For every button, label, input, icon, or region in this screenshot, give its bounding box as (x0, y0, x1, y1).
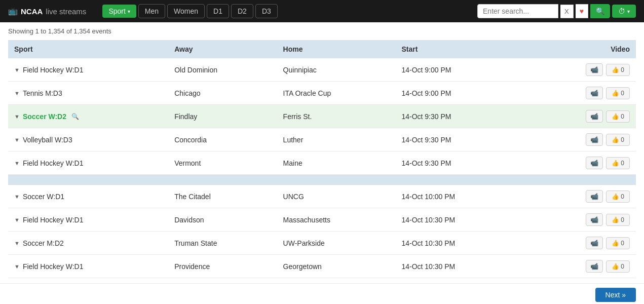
header: 📺 NCAA live streams Sport Men Women D1 D… (0, 0, 644, 22)
sport-name: Tennis M:D3 (23, 89, 62, 97)
sport-cell: ▼ Field Hockey W:D1 (8, 255, 168, 278)
sport-cell: ▼ Volleyball W:D3 (8, 128, 168, 151)
table-row: ▼ Field Hockey W:D1 Old DominionQuinnipi… (8, 58, 636, 82)
sport-name: Soccer M:D2 (23, 239, 64, 247)
table-row: ▼ Soccer W:D2 🔍 FindlayFerris St.14-Oct … (8, 105, 636, 128)
d1-button[interactable]: D1 (207, 4, 229, 18)
upvote-button[interactable]: 👍 0 (606, 237, 630, 249)
sport-name: Field Hockey W:D1 (23, 159, 84, 167)
home-cell: UW-Parkside (277, 232, 396, 255)
video-cell: 📹 👍 0 (525, 232, 636, 255)
pagination-bar: Next » (0, 283, 644, 304)
video-cell: 📹 👍 0 (525, 58, 636, 82)
video-button[interactable]: 📹 (586, 237, 603, 249)
upvote-button[interactable]: 👍 0 (606, 87, 630, 99)
row-expand-chevron[interactable]: ▼ (14, 90, 20, 96)
home-cell: Massachusetts (277, 208, 396, 232)
row-expand-chevron[interactable]: ▼ (14, 113, 20, 120)
d2-button[interactable]: D2 (231, 4, 253, 18)
table-body: ▼ Field Hockey W:D1 Old DominionQuinnipi… (8, 58, 636, 278)
start-cell: 14-Oct 9:00 PM (395, 58, 525, 82)
video-cell: 📹 👍 0 (525, 82, 636, 105)
upvote-button[interactable]: 👍 0 (606, 110, 630, 123)
sport-name: Soccer W:D1 (23, 193, 64, 201)
upvote-button[interactable]: 👍 0 (606, 134, 630, 146)
start-cell: 14-Oct 10:30 PM (395, 255, 525, 278)
away-cell: Findlay (168, 105, 277, 128)
table-row: ▼ Field Hockey W:D1 ProvidenceGeorgetown… (8, 255, 636, 278)
sport-name: Field Hockey W:D1 (23, 66, 84, 74)
main-content: Showing 1 to 1,354 of 1,354 events Sport… (0, 22, 644, 283)
favorites-button[interactable]: ♥ (576, 4, 588, 18)
video-cell: 📹 👍 0 (525, 105, 636, 128)
d3-button[interactable]: D3 (255, 4, 278, 18)
app-logo: 📺 NCAA live streams (8, 7, 86, 16)
pagination-next-button[interactable]: Next » (595, 288, 636, 302)
home-cell: ITA Oracle Cup (277, 82, 396, 105)
row-expand-chevron[interactable]: ▼ (14, 194, 20, 200)
men-button[interactable]: Men (138, 4, 165, 18)
clock-button[interactable]: ⏱ (612, 5, 636, 18)
sport-cell: ▼ Field Hockey W:D1 (8, 208, 168, 232)
search-area: X ♥ 🔍 ⏱ (477, 4, 636, 18)
table-header: Sport Away Home Start Video (8, 40, 636, 58)
away-cell: Old Dominion (168, 58, 277, 82)
table-row: ▼ Soccer W:D1 The CitadelUNCG14-Oct 10:0… (8, 185, 636, 208)
video-button[interactable]: 📹 (586, 213, 603, 226)
search-input[interactable] (477, 4, 558, 18)
home-cell: Luther (277, 128, 396, 151)
sport-cell: ▼ Soccer W:D2 🔍 (8, 105, 168, 128)
search-clear-button[interactable]: X (560, 5, 574, 18)
video-cell: 📹 👍 0 (525, 128, 636, 151)
sport-search-icon[interactable]: 🔍 (71, 113, 79, 120)
home-cell: UNCG (277, 185, 396, 208)
video-button[interactable]: 📹 (586, 87, 603, 99)
away-cell: Concordia (168, 128, 277, 151)
start-cell: 14-Oct 10:00 PM (395, 185, 525, 208)
sport-cell: ▼ Tennis M:D3 (8, 82, 168, 105)
home-cell: Quinnipiac (277, 58, 396, 82)
sport-cell: ▼ Soccer W:D1 (8, 185, 168, 208)
sport-dropdown-button[interactable]: Sport (102, 5, 136, 18)
upvote-button[interactable]: 👍 0 (606, 214, 630, 226)
nav-buttons: Sport Men Women D1 D2 D3 (102, 4, 277, 18)
upvote-button[interactable]: 👍 0 (606, 157, 630, 169)
sport-cell: ▼ Soccer M:D2 (8, 232, 168, 255)
video-cell: 📹 👍 0 (525, 255, 636, 278)
upvote-button[interactable]: 👍 0 (606, 191, 630, 203)
away-cell: Providence (168, 255, 277, 278)
search-button[interactable]: 🔍 (590, 4, 610, 18)
row-expand-chevron[interactable]: ▼ (14, 160, 20, 166)
upvote-button[interactable]: 👍 0 (606, 260, 630, 273)
sport-name: Volleyball W:D3 (23, 136, 72, 144)
video-cell: 📹 👍 0 (525, 151, 636, 175)
separator-row (8, 175, 636, 185)
video-button[interactable]: 📹 (586, 157, 603, 169)
women-button[interactable]: Women (167, 4, 205, 18)
video-cell: 📹 👍 0 (525, 208, 636, 232)
home-cell: Maine (277, 151, 396, 175)
sport-name: Field Hockey W:D1 (23, 262, 84, 271)
video-button[interactable]: 📹 (586, 133, 603, 146)
home-cell: Ferris St. (277, 105, 396, 128)
video-button[interactable]: 📹 (586, 63, 603, 76)
away-cell: Vermont (168, 151, 277, 175)
start-cell: 14-Oct 10:30 PM (395, 232, 525, 255)
table-row: ▼ Tennis M:D3 ChicagoITA Oracle Cup14-Oc… (8, 82, 636, 105)
video-button[interactable]: 📹 (586, 260, 603, 273)
tv-icon: 📺 (8, 7, 18, 16)
row-expand-chevron[interactable]: ▼ (14, 263, 20, 270)
table-row: ▼ Field Hockey W:D1 VermontMaine14-Oct 9… (8, 151, 636, 175)
col-start: Start (395, 40, 525, 58)
upvote-button[interactable]: 👍 0 (606, 64, 630, 76)
start-cell: 14-Oct 10:30 PM (395, 208, 525, 232)
row-expand-chevron[interactable]: ▼ (14, 67, 20, 73)
row-expand-chevron[interactable]: ▼ (14, 240, 20, 246)
video-button[interactable]: 📹 (586, 110, 603, 123)
row-expand-chevron[interactable]: ▼ (14, 137, 20, 143)
row-expand-chevron[interactable]: ▼ (14, 217, 20, 223)
away-cell: Chicago (168, 82, 277, 105)
col-sport: Sport (8, 40, 168, 58)
start-cell: 14-Oct 9:30 PM (395, 105, 525, 128)
video-button[interactable]: 📹 (586, 190, 603, 203)
